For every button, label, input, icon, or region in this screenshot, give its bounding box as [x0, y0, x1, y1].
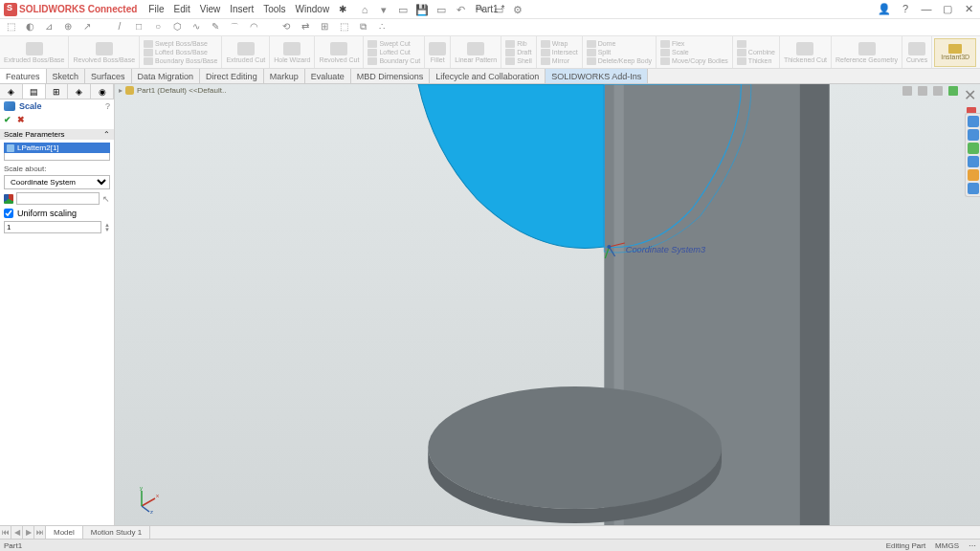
- status-bar: Part1 Editing Part MMGS ⋯: [0, 539, 980, 551]
- scale-factor-input[interactable]: [4, 221, 101, 233]
- ribbon-feat-d: Flex Scale Move/Copy Bodies: [657, 36, 733, 68]
- cancel-button[interactable]: ✖: [17, 115, 25, 124]
- menu-edit[interactable]: Edit: [173, 4, 189, 14]
- tab-scroll-prev[interactable]: ◀: [11, 526, 23, 539]
- uniform-scaling-checkbox[interactable]: [4, 209, 13, 218]
- tab-markup[interactable]: Markup: [264, 69, 305, 83]
- tab-scroll-next[interactable]: ▶: [23, 526, 34, 539]
- graphics-viewport[interactable]: ▸ Part1 (Default) <<Default.. ✕: [115, 84, 980, 525]
- bottom-tab-motion[interactable]: Motion Study 1: [83, 526, 150, 539]
- qt-icon[interactable]: ⬡: [170, 21, 184, 34]
- qt-icon[interactable]: ⟲: [279, 21, 293, 34]
- qt-icon[interactable]: ○: [151, 21, 165, 34]
- qt-icon[interactable]: ✎: [209, 21, 222, 34]
- tab-addins[interactable]: SOLIDWORKS Add-Ins: [546, 69, 648, 83]
- qt-icon[interactable]: /: [113, 21, 126, 34]
- status-units[interactable]: MMGS: [935, 541, 959, 550]
- tab-scroll-first[interactable]: ⏮: [0, 526, 11, 539]
- close-button[interactable]: ✕: [961, 3, 976, 15]
- orientation-triad[interactable]: x y z: [134, 485, 163, 514]
- brand-text: SOLIDWORKS Connected: [19, 4, 137, 14]
- qt-icon[interactable]: ∿: [189, 21, 203, 34]
- save-icon[interactable]: 💾: [415, 3, 429, 16]
- options-icon[interactable]: ⚙: [511, 3, 524, 16]
- selected-body-field[interactable]: LPattern2[1]: [4, 143, 110, 153]
- undo-icon[interactable]: ↶: [454, 3, 467, 16]
- bottom-tabs: ⏮ ◀ ▶ ⏭ Model Motion Study 1: [0, 525, 980, 539]
- scale-factor-spinner[interactable]: ▲▼: [104, 223, 110, 232]
- qt-icon[interactable]: ⬚: [4, 21, 17, 34]
- qt-icon[interactable]: □: [132, 21, 145, 34]
- menu-insert[interactable]: Insert: [230, 4, 254, 14]
- scale-icon: [4, 101, 15, 111]
- qt-icon[interactable]: ⌒: [228, 21, 241, 34]
- qt-icon[interactable]: ◠: [247, 21, 260, 34]
- pm-confirm-row: ✔ ✖: [0, 113, 114, 126]
- model-geometry: Coordinate System3: [115, 84, 980, 525]
- bottom-tab-model[interactable]: Model: [46, 526, 83, 539]
- ribbon: Extruded Boss/Base Revolved Boss/Base Sw…: [0, 36, 980, 69]
- qt-icon[interactable]: ∴: [375, 21, 389, 34]
- collapse-icon: ⌃: [103, 130, 110, 139]
- print-icon[interactable]: ▭: [434, 3, 448, 16]
- fm-tab-property[interactable]: ▤: [23, 84, 46, 99]
- tab-direct-editing[interactable]: Direct Editing: [200, 69, 264, 83]
- qt-icon[interactable]: ◐: [23, 21, 36, 34]
- coord-system-field[interactable]: [16, 192, 100, 205]
- ribbon-instant3d[interactable]: Instant3D: [934, 38, 976, 67]
- ribbon-feat-b: Wrap Intersect Mirror: [537, 36, 583, 68]
- ribbon-extruded-cut[interactable]: Extruded Cut: [222, 36, 270, 68]
- menu-tools[interactable]: Tools: [263, 4, 285, 14]
- fm-tab-display[interactable]: ◉: [91, 84, 114, 99]
- menu-file[interactable]: File: [148, 4, 164, 14]
- pm-help-icon[interactable]: ?: [105, 101, 110, 111]
- tab-mbd[interactable]: MBD Dimensions: [351, 69, 431, 83]
- ribbon-ref-geom[interactable]: Reference Geometry: [832, 36, 902, 68]
- coord-system-icon: [4, 194, 13, 204]
- tab-data-migration[interactable]: Data Migration: [132, 69, 201, 83]
- qt-icon[interactable]: ⬚: [337, 21, 350, 34]
- ribbon-extruded-boss[interactable]: Extruded Boss/Base: [0, 36, 69, 68]
- tab-evaluate[interactable]: Evaluate: [305, 69, 351, 83]
- qt-icon[interactable]: ⊞: [318, 21, 331, 34]
- maximize-button[interactable]: ▢: [940, 3, 955, 15]
- ribbon-hole-wizard[interactable]: Hole Wizard: [270, 36, 315, 68]
- qt-icon[interactable]: ⇄: [299, 21, 312, 34]
- home-icon[interactable]: ⌂: [358, 3, 371, 16]
- tab-scroll-last[interactable]: ⏭: [34, 526, 46, 539]
- ribbon-thickened-cut[interactable]: Thickened Cut: [780, 36, 832, 68]
- ribbon-revolved-boss[interactable]: Revolved Boss/Base: [69, 36, 140, 68]
- tab-sketch[interactable]: Sketch: [47, 69, 86, 83]
- tab-surfaces[interactable]: Surfaces: [85, 69, 132, 83]
- property-manager: ◈ ▤ ⊞ ◈ ◉ Scale ? ✔ ✖ Scale Parameters ⌃…: [0, 84, 115, 525]
- help-icon[interactable]: ?: [898, 3, 913, 15]
- open-icon[interactable]: ▭: [396, 3, 410, 16]
- ribbon-pattern[interactable]: Linear Pattern: [451, 36, 501, 68]
- scale-about-select[interactable]: Coordinate System: [4, 175, 110, 189]
- qt-icon[interactable]: ⧉: [356, 21, 369, 34]
- status-more[interactable]: ⋯: [969, 541, 976, 550]
- ok-button[interactable]: ✔: [4, 115, 11, 124]
- qt-icon[interactable]: ⊿: [42, 21, 56, 34]
- ribbon-revolved-cut[interactable]: Revolved Cut: [315, 36, 364, 68]
- minimize-button[interactable]: —: [919, 3, 934, 15]
- new-icon[interactable]: ▾: [377, 3, 390, 16]
- user-icon[interactable]: 👤: [877, 3, 892, 15]
- pm-section-header[interactable]: Scale Parameters ⌃: [0, 129, 114, 140]
- qt-icon[interactable]: ↗: [80, 21, 94, 34]
- tab-lifecycle[interactable]: Lifecycle and Collaboration: [430, 69, 546, 83]
- fm-tab-dim[interactable]: ◈: [68, 84, 91, 99]
- ribbon-feat-a: Rib Draft Shell: [501, 36, 537, 68]
- ribbon-boss-sub: Swept Boss/Base Lofted Boss/Base Boundar…: [140, 36, 222, 68]
- menu-more[interactable]: ✱: [339, 4, 346, 14]
- fm-tab-config[interactable]: ⊞: [46, 84, 69, 99]
- tab-features[interactable]: Features: [0, 69, 47, 83]
- menu-window[interactable]: Window: [296, 4, 330, 14]
- feature-tree-tabs: ◈ ▤ ⊞ ◈ ◉: [0, 84, 114, 99]
- ribbon-fillet[interactable]: Fillet: [425, 36, 451, 68]
- fm-tab-tree[interactable]: ◈: [0, 84, 23, 99]
- ribbon-curves[interactable]: Curves: [902, 36, 932, 68]
- qt-icon[interactable]: ⊕: [61, 21, 75, 34]
- menu-view[interactable]: View: [200, 4, 221, 14]
- svg-line-7: [142, 506, 149, 512]
